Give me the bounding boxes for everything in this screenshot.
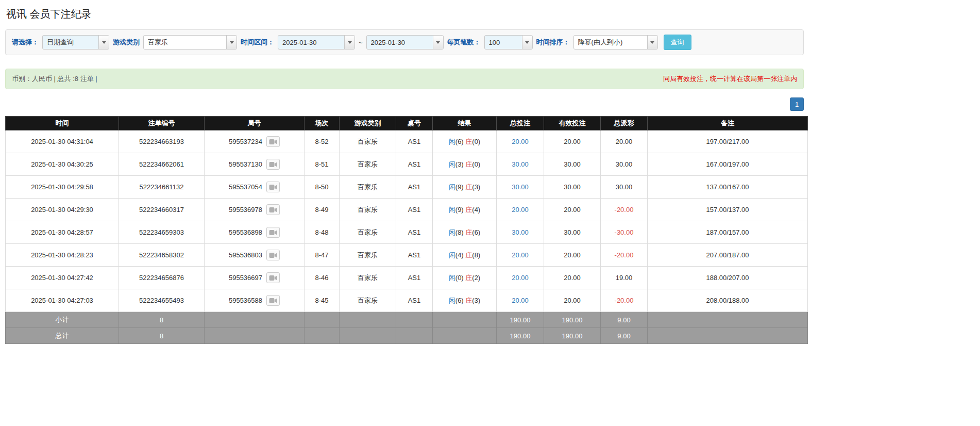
time-cell: 2025-01-30 04:28:57 [6, 221, 119, 244]
chevron-down-icon[interactable] [647, 36, 657, 49]
select-type-input[interactable] [43, 36, 98, 49]
total-bet-link[interactable]: 20.00 [512, 138, 529, 145]
order-id-cell: 522234662061 [119, 153, 205, 176]
total-bet-cell: 20.00 [497, 130, 544, 153]
total-bet-link[interactable]: 30.00 [512, 160, 529, 168]
result-cell: 闲(0) 庄(2) [433, 267, 497, 289]
summary-cell [648, 312, 808, 328]
payout-cell: -20.00 [601, 199, 648, 221]
summary-cell [340, 312, 396, 328]
page-size-combo [484, 35, 533, 50]
game-type-cell: 百家乐 [340, 267, 396, 289]
page-title: 视讯 会员下注纪录 [6, 7, 804, 21]
date-to-input[interactable] [367, 36, 433, 49]
time-cell: 2025-01-30 04:27:03 [6, 289, 119, 312]
table-row: 2025-01-30 04:27:42522234656876595536697… [6, 267, 808, 289]
game-type-combo [143, 35, 237, 50]
result-cell: 闲(8) 庄(6) [433, 221, 497, 244]
banker-result-value: (3) [472, 297, 480, 304]
banker-result-label: 庄 [465, 251, 472, 259]
note-cell: 167.00/197.00 [648, 153, 808, 176]
player-result-value: (8) [455, 228, 466, 236]
summary-cell [205, 328, 305, 344]
page-content: 视讯 会员下注纪录 请选择： 游戏类别 时间区间： ~ 每页笔数： 时间排序： [0, 0, 804, 426]
date-from-input[interactable] [278, 36, 344, 49]
valid-bet-cell: 20.00 [544, 267, 601, 289]
table-row: 2025-01-30 04:31:04522234663193595537234… [6, 130, 808, 153]
time-cell: 2025-01-30 04:29:58 [6, 176, 119, 199]
sort-input[interactable] [574, 36, 647, 49]
total-bet-link[interactable]: 20.00 [512, 251, 529, 259]
select-type-combo [42, 35, 109, 50]
summary-cell: 9.00 [601, 328, 648, 344]
pagination-top: 1 [5, 97, 804, 111]
payout-cell: 19.00 [601, 267, 648, 289]
banker-result-label: 庄 [465, 183, 472, 191]
banker-result-value: (2) [472, 274, 480, 282]
payout-cell: 30.00 [601, 176, 648, 199]
banker-result-value: (0) [472, 138, 480, 145]
session-cell: 8-48 [305, 221, 340, 244]
banker-result-label: 庄 [465, 228, 472, 236]
total-bet-link[interactable]: 30.00 [512, 228, 529, 236]
game-type-input[interactable] [144, 36, 226, 49]
summary-notice-text: 同局有效投注，统一计算在该局第一张注单内 [663, 74, 797, 84]
summary-cell [396, 312, 433, 328]
search-button[interactable]: 查询 [664, 35, 691, 50]
total-bet-link[interactable]: 20.00 [512, 274, 529, 282]
payout-cell: -30.00 [601, 221, 648, 244]
player-result-value: (4) [455, 251, 466, 259]
page-1-button[interactable]: 1 [790, 97, 804, 111]
video-icon[interactable] [266, 136, 280, 147]
filter-bar: 请选择： 游戏类别 时间区间： ~ 每页笔数： 时间排序： [5, 29, 804, 55]
result-cell: 闲(9) 庄(4) [433, 199, 497, 221]
video-icon[interactable] [266, 295, 280, 306]
session-cell: 8-51 [305, 153, 340, 176]
video-icon[interactable] [266, 227, 280, 238]
page-size-input[interactable] [485, 36, 522, 49]
total-bet-link[interactable]: 20.00 [512, 206, 529, 214]
table-number-cell: AS1 [396, 153, 433, 176]
chevron-down-icon[interactable] [522, 36, 532, 49]
video-icon[interactable] [266, 182, 280, 192]
summary-cell: 8 [119, 312, 205, 328]
order-id-cell: 522234658302 [119, 244, 205, 267]
result-cell: 闲(6) 庄(3) [433, 289, 497, 312]
round-id-text: 595536978 [229, 206, 262, 214]
player-result-label: 闲 [449, 274, 455, 282]
chevron-down-icon[interactable] [433, 36, 443, 49]
sort-label: 时间排序： [536, 38, 570, 47]
chevron-down-icon[interactable] [98, 36, 109, 49]
total-bet-link[interactable]: 30.00 [512, 183, 529, 191]
game-type-cell: 百家乐 [340, 289, 396, 312]
player-result-label: 闲 [449, 183, 455, 191]
column-header: 注单编号 [119, 117, 205, 130]
table-number-cell: AS1 [396, 289, 433, 312]
page-size-label: 每页笔数： [447, 38, 481, 47]
result-cell: 闲(4) 庄(8) [433, 244, 497, 267]
video-icon[interactable] [266, 204, 280, 215]
banker-result-label: 庄 [465, 206, 472, 214]
summary-cell [433, 312, 497, 328]
subtotal-row: 小计8190.00190.009.00 [6, 312, 808, 328]
video-icon[interactable] [266, 159, 280, 170]
order-id-cell: 522234659303 [119, 221, 205, 244]
round-cell: 595536978 [205, 199, 305, 221]
result-cell: 闲(9) 庄(3) [433, 176, 497, 199]
player-result-label: 闲 [449, 206, 455, 214]
round-cell: 595536803 [205, 244, 305, 267]
player-result-label: 闲 [449, 297, 455, 304]
banker-result-label: 庄 [465, 138, 472, 145]
total-bet-link[interactable]: 20.00 [512, 297, 529, 304]
note-cell: 208.00/188.00 [648, 289, 808, 312]
chevron-down-icon[interactable] [226, 36, 236, 49]
chevron-down-icon[interactable] [344, 36, 354, 49]
video-icon[interactable] [266, 250, 280, 260]
total-row: 总计8190.00190.009.00 [6, 328, 808, 344]
game-type-cell: 百家乐 [340, 176, 396, 199]
round-id-text: 595536697 [229, 274, 262, 282]
time-cell: 2025-01-30 04:31:04 [6, 130, 119, 153]
session-cell: 8-46 [305, 267, 340, 289]
round-cell: 595537234 [205, 130, 305, 153]
video-icon[interactable] [266, 272, 280, 283]
